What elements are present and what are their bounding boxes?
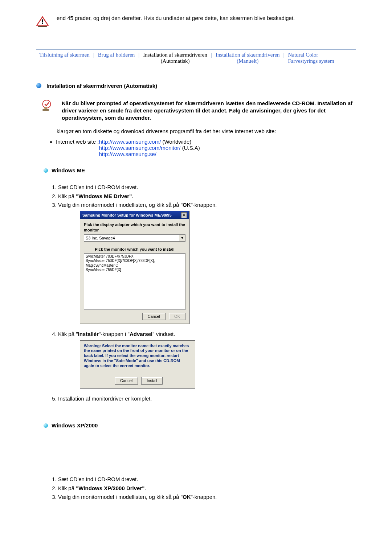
tab-separator: | [283,52,285,65]
page-root: end 45 grader, og drej den derefter. Hvi… [36,15,356,501]
close-icon[interactable]: × [181,212,187,218]
install-button[interactable]: Install [141,377,163,385]
list-item: Klik på "Windows ME Driver". [58,193,356,200]
ok-button[interactable]: OK [169,313,185,320]
list-item: Sæt CD'en ind i CD-ROM drevet. [58,476,356,483]
tab-separator: | [138,52,140,65]
link-samsung-world[interactable]: http://www.samsung.com/ [99,139,161,145]
subheading-winxp: Windows XP/2000 [36,422,356,428]
svg-rect-6 [45,107,47,109]
tab-install-driver-auto[interactable]: Installation af skærmdriveren (Automatis… [140,52,210,65]
tab-natural-color[interactable]: Natural Color Farvestyrings system [285,52,337,65]
list-item: Sæt CD'en ind i CD-ROM drevet. [58,184,356,191]
chevron-down-icon[interactable]: ▼ [179,235,185,241]
cancel-button[interactable]: Cancel [142,313,166,320]
adapter-select[interactable]: S3 Inc. Savage4 ▼ [84,234,185,242]
svg-point-4 [42,100,50,108]
svg-rect-3 [38,26,47,27]
tab-install-driver-manual[interactable]: Installation af skærmdriveren (Manuelt) [213,52,283,65]
tab-separator: | [210,52,213,65]
top-warning-text: end 45 grader, og drej den derefter. Hvi… [51,15,295,22]
prompt-row: Når du bliver prompted af operativsystem… [36,100,356,122]
monitor-setup-dialog: Samsung Monitor Setup for Windows ME/98/… [80,211,189,324]
section-heading-row: Installation af skærmdriveren (Automatis… [36,83,356,89]
cancel-button[interactable]: Cancel [115,377,138,385]
winme-steps: Sæt CD'en ind i CD-ROM drevet. Klik på "… [50,184,356,402]
list-item: Klik på "Installér"-knappen i "Advarsel"… [58,331,356,389]
subheading-winme: Windows ME [36,167,356,173]
list-item: Vælg din monitormodel i modellisten, og … [58,493,356,501]
link-samsung-se[interactable]: http://www.samsung.se/ [99,151,156,157]
warning-triangle-icon [36,15,51,29]
bullet-icon [36,83,41,88]
list-item[interactable]: SyncMaster 755DF[X] [86,268,184,272]
warning-dialog-text: Warning: Select the monitor name that ex… [84,344,191,369]
prompt-text: Når du bliver prompted af operativsystem… [59,100,356,122]
bullet-icon [44,423,48,428]
subheading-text: Windows ME [52,167,85,173]
svg-rect-5 [42,109,49,111]
prepare-text: klargør en tom diskette og download driv… [36,127,356,135]
separator [42,412,356,412]
section-heading: Installation af skærmdriveren (Automatis… [46,83,157,89]
list-item[interactable]: SyncMaster 753DF[X]/703DF[X]/783DF[X], M… [86,259,184,268]
dialog-title: Samsung Monitor Setup for Windows ME/98/… [82,213,172,218]
svg-rect-2 [42,23,43,24]
adapter-selected: S3 Inc. Savage4 [84,235,179,241]
monitor-list-label: Pick the monitor which you want to insta… [84,247,185,252]
svg-rect-1 [42,19,43,22]
adapter-label: Pick the display adapter which you want … [84,222,185,233]
top-warning-row: end 45 grader, og drej den derefter. Hvi… [36,15,356,29]
dialog-titlebar: Samsung Monitor Setup for Windows ME/98/… [80,211,189,219]
install-disk-icon [36,100,59,122]
list-item: Installation af monitordriver er komplet… [58,395,356,402]
link-label: Internet web site : [56,139,99,145]
subheading-text: Windows XP/2000 [52,422,98,428]
link-suffix: (U.S.A) [181,145,200,151]
bullet-icon [44,168,48,173]
tab-strip: Tilslutning af skærmen | Brug af holdere… [36,49,356,65]
monitor-list[interactable]: SyncMaster 703DFX/753DFX SyncMaster 753D… [84,253,185,310]
link-row: Internet web site :http://www.samsung.co… [56,139,356,157]
warning-dialog: Warning: Select the monitor name that ex… [80,340,195,389]
link-suffix: (Worldwide) [161,139,191,145]
list-item: Vælg din monitormodel i modellisten, og … [58,201,356,324]
tab-use-holder[interactable]: Brug af holderen [95,52,138,65]
list-item[interactable]: SyncMaster 703DFX/753DFX [86,254,184,259]
list-item: Klik på "Windows XP/2000 Driver". [58,485,356,492]
tab-separator: | [93,52,95,65]
link-samsung-monitor[interactable]: http://www.samsung.com/monitor/ [99,145,180,151]
winxp-steps: Sæt CD'en ind i CD-ROM drevet. Klik på "… [50,476,356,501]
internet-links-list: Internet web site :http://www.samsung.co… [56,139,356,157]
tab-connect-monitor[interactable]: Tilslutning af skærmen [36,52,93,65]
